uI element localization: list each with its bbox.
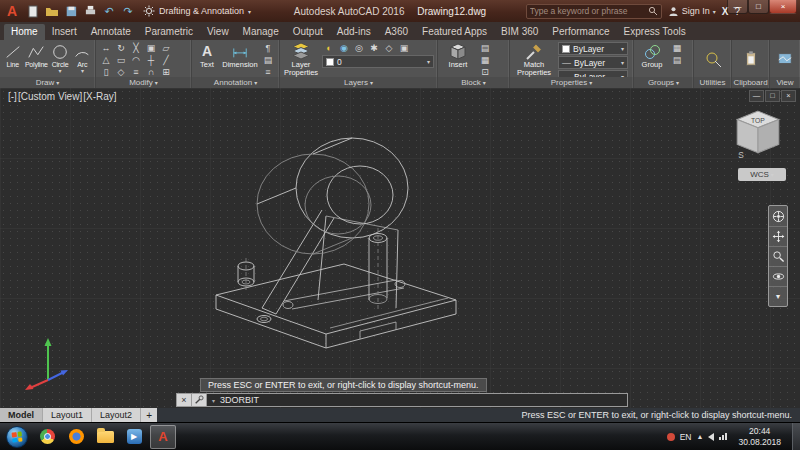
modify-tool-icon[interactable]: ∩ xyxy=(144,66,158,77)
zoom-button[interactable] xyxy=(769,246,787,266)
autocad-taskbar-button[interactable]: A xyxy=(150,425,176,449)
tab-layout1[interactable]: Layout1 xyxy=(43,408,92,422)
layer-dropdown[interactable]: 0 ▾ xyxy=(322,55,434,68)
tab-insert[interactable]: Insert xyxy=(45,24,84,40)
modify-tool-icon[interactable]: ↻ xyxy=(114,42,128,54)
volume-icon[interactable] xyxy=(708,433,714,441)
insert-block-tool[interactable]: Insert xyxy=(441,42,475,69)
modify-tool-icon[interactable]: ▭ xyxy=(114,54,128,66)
full-navigation-wheel-button[interactable] xyxy=(769,206,787,226)
panel-label-annotation[interactable]: Annotation ▾ xyxy=(192,77,279,88)
color-dropdown[interactable]: ByLayer ▾ xyxy=(558,42,628,55)
layer-tool-icon[interactable]: ▣ xyxy=(397,42,411,54)
tab-a360[interactable]: A360 xyxy=(378,24,415,40)
network-icon[interactable] xyxy=(719,433,727,440)
layer-tool-icon[interactable]: ◐ xyxy=(322,42,336,54)
hidden-icons-button[interactable]: ▲ xyxy=(697,433,704,440)
tab-express-tools[interactable]: Express Tools xyxy=(617,24,693,40)
viewcube-wcs-menu[interactable]: WCS ▾ xyxy=(738,168,786,181)
undo-button[interactable]: ↶ xyxy=(102,4,116,18)
tab-annotate[interactable]: Annotate xyxy=(84,24,138,40)
open-button[interactable] xyxy=(45,4,59,18)
redo-button[interactable]: ↷ xyxy=(121,4,135,18)
annotation-tool-icon[interactable]: ¶ xyxy=(261,42,275,54)
explorer-taskbar-button[interactable] xyxy=(92,425,118,449)
block-tool-icon[interactable]: ⊡ xyxy=(478,66,492,77)
sign-in-button[interactable]: Sign In ▾ xyxy=(668,6,716,17)
panel-label-view[interactable]: View xyxy=(770,77,800,88)
recent-commands-icon[interactable]: ▾ xyxy=(212,397,215,404)
tab-layout2[interactable]: Layout2 xyxy=(92,408,141,422)
block-tool-icon[interactable]: ▤ xyxy=(478,42,492,54)
tab-output[interactable]: Output xyxy=(286,24,330,40)
viewport-control[interactable]: [X-Ray] xyxy=(83,91,116,102)
tab-add-ins[interactable]: Add-ins xyxy=(330,24,378,40)
search-input[interactable] xyxy=(530,5,648,17)
arc-tool[interactable]: Arc ▾ xyxy=(73,42,92,75)
layer-tool-icon[interactable]: ✱ xyxy=(367,42,381,54)
group-tool-icon[interactable]: ▤ xyxy=(670,54,684,66)
command-input[interactable]: ▾ 3DORBIT xyxy=(206,393,628,407)
drawing-close-button[interactable]: × xyxy=(781,90,796,102)
modify-tool-icon[interactable]: ▣ xyxy=(144,42,158,54)
modify-tool-icon[interactable]: ◇ xyxy=(114,66,128,77)
navbar-more-button[interactable]: ▾ xyxy=(769,286,787,306)
modify-tool-icon[interactable]: ┼ xyxy=(144,54,158,66)
taskbar-clock[interactable]: 20:44 30.08.2018 xyxy=(732,426,787,446)
tab-performance[interactable]: Performance xyxy=(545,24,616,40)
panel-label-draw[interactable]: Draw ▾ xyxy=(0,77,95,88)
language-indicator[interactable]: EN xyxy=(680,432,692,442)
block-tool-icon[interactable]: ▦ xyxy=(478,54,492,66)
lineweight-dropdown[interactable]: ▬ ByLayer ▾ xyxy=(558,70,628,77)
tab-parametric[interactable]: Parametric xyxy=(138,24,200,40)
view-icon[interactable] xyxy=(776,51,794,67)
modify-tool-icon[interactable]: ╱ xyxy=(159,54,173,66)
firefox-taskbar-button[interactable] xyxy=(63,425,89,449)
modify-tool-icon[interactable]: ╳ xyxy=(129,42,143,54)
pan-button[interactable] xyxy=(769,226,787,246)
annotation-tool-icon[interactable]: ≡ xyxy=(261,66,275,77)
tab-bim-360[interactable]: BIM 360 xyxy=(494,24,545,40)
new-layout-button[interactable]: + xyxy=(141,408,157,422)
start-button[interactable] xyxy=(6,426,28,448)
panel-label-clipboard[interactable]: Clipboard xyxy=(732,77,769,88)
circle-tool[interactable]: Circle ▾ xyxy=(50,42,69,75)
panel-label-modify[interactable]: Modify ▾ xyxy=(96,77,191,88)
linetype-dropdown[interactable]: — ByLayer ▾ xyxy=(558,56,628,69)
layer-tool-icon[interactable]: ◉ xyxy=(337,42,351,54)
modify-tool-icon[interactable]: ≡ xyxy=(129,66,143,77)
search-icon[interactable] xyxy=(648,6,658,16)
modify-tool-icon[interactable]: ▯ xyxy=(99,66,113,77)
show-desktop-button[interactable] xyxy=(792,423,800,450)
command-customize-button[interactable] xyxy=(191,393,206,407)
match-properties-tool[interactable]: Match Properties xyxy=(513,42,555,77)
panel-label-utilities[interactable]: Utilities xyxy=(694,77,731,88)
tab-featured-apps[interactable]: Featured Apps xyxy=(415,24,494,40)
notification-icon[interactable] xyxy=(667,433,675,441)
close-button[interactable]: × xyxy=(769,0,797,14)
polyline-tool[interactable]: Polyline xyxy=(25,42,47,68)
group-tool[interactable]: Group xyxy=(637,42,667,69)
modify-tool-icon[interactable]: △ xyxy=(99,54,113,66)
panel-label-block[interactable]: Block ▾ xyxy=(438,77,509,88)
layer-tool-icon[interactable]: ◎ xyxy=(352,42,366,54)
drawing-minimize-button[interactable]: — xyxy=(749,90,764,102)
chrome-taskbar-button[interactable] xyxy=(34,425,60,449)
tab-view[interactable]: View xyxy=(200,24,236,40)
modify-tool-icon[interactable]: ↔ xyxy=(99,42,113,54)
maximize-button[interactable]: □ xyxy=(748,0,769,14)
autocad-logo-icon[interactable]: A xyxy=(0,0,24,22)
annotation-tool-icon[interactable]: ▤ xyxy=(261,54,275,66)
panel-label-groups[interactable]: Groups ▾ xyxy=(634,77,693,88)
save-button[interactable] xyxy=(64,4,78,18)
modify-tool-icon[interactable]: ⊞ xyxy=(159,66,173,77)
modify-tool-icon[interactable]: ◠ xyxy=(129,54,143,66)
panel-label-properties[interactable]: Properties ▾ xyxy=(510,77,633,88)
line-tool[interactable]: Line xyxy=(3,42,22,68)
command-close-button[interactable]: × xyxy=(176,393,191,407)
tab-manage[interactable]: Manage xyxy=(236,24,286,40)
drawing-restore-button[interactable]: □ xyxy=(765,90,780,102)
text-tool[interactable]: A Text xyxy=(195,42,219,69)
clipboard-icon[interactable] xyxy=(742,49,760,69)
media-player-taskbar-button[interactable]: ▶ xyxy=(121,425,147,449)
